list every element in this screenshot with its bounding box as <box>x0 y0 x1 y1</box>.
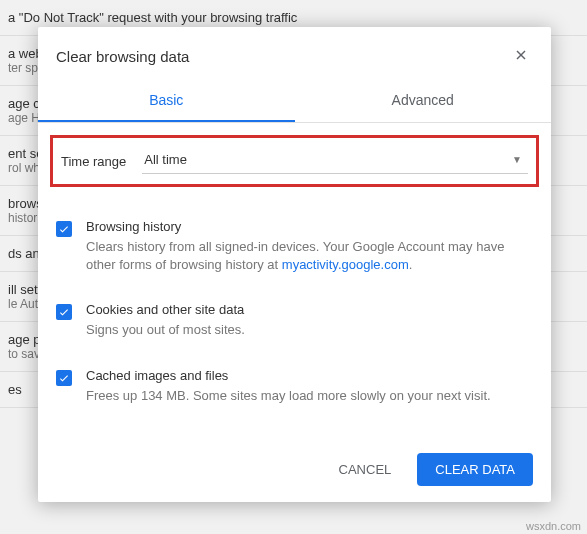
time-range-row: Time range All time ▼ <box>50 135 539 187</box>
tabs: Basic Advanced <box>38 78 551 123</box>
option-description: Clears history from all signed-in device… <box>86 238 533 274</box>
clear-browsing-data-dialog: Clear browsing data Basic Advanced Time … <box>38 27 551 502</box>
option-title: Cookies and other site data <box>86 302 533 317</box>
checkbox-browsing-history[interactable] <box>56 221 72 237</box>
check-icon <box>58 223 70 235</box>
option-cookies: Cookies and other site data Signs you ou… <box>56 288 533 353</box>
tab-basic[interactable]: Basic <box>38 78 295 122</box>
option-text: Browsing history Clears history from all… <box>86 219 533 274</box>
bg-row: a "Do Not Track" request with your brows… <box>8 10 579 25</box>
close-button[interactable] <box>509 43 533 70</box>
myactivity-link[interactable]: myactivity.google.com <box>282 257 409 272</box>
options-list: Browsing history Clears history from all… <box>38 199 551 437</box>
cancel-button[interactable]: CANCEL <box>321 453 410 486</box>
check-icon <box>58 372 70 384</box>
watermark: wsxdn.com <box>526 520 581 532</box>
time-range-label: Time range <box>61 154 126 169</box>
option-text: Cookies and other site data Signs you ou… <box>86 302 533 339</box>
option-cached: Cached images and files Frees up 134 MB.… <box>56 354 533 419</box>
option-title: Cached images and files <box>86 368 533 383</box>
tab-advanced[interactable]: Advanced <box>295 78 552 122</box>
close-icon <box>513 47 529 63</box>
clear-data-button[interactable]: CLEAR DATA <box>417 453 533 486</box>
dialog-footer: CANCEL CLEAR DATA <box>38 437 551 502</box>
dialog-header: Clear browsing data <box>38 27 551 78</box>
option-description: Frees up 134 MB. Some sites may load mor… <box>86 387 533 405</box>
time-range-value: All time <box>144 152 187 167</box>
option-browsing-history: Browsing history Clears history from all… <box>56 205 533 288</box>
option-title: Browsing history <box>86 219 533 234</box>
option-description: Signs you out of most sites. <box>86 321 533 339</box>
dialog-title: Clear browsing data <box>56 48 189 65</box>
time-range-select[interactable]: All time ▼ <box>142 148 528 174</box>
chevron-down-icon: ▼ <box>512 154 522 165</box>
option-text: Cached images and files Frees up 134 MB.… <box>86 368 533 405</box>
checkbox-cached[interactable] <box>56 370 72 386</box>
check-icon <box>58 306 70 318</box>
checkbox-cookies[interactable] <box>56 304 72 320</box>
